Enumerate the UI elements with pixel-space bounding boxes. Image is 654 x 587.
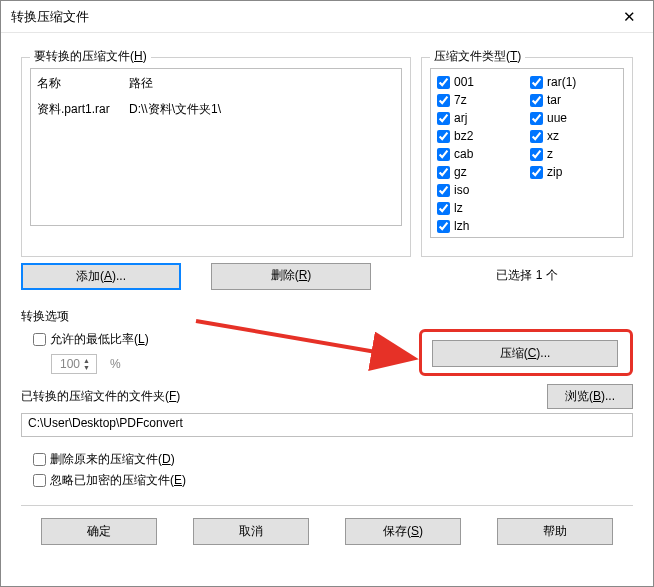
- type-bz2-checkbox[interactable]: [437, 130, 450, 143]
- compress-button[interactable]: 压缩(C)...: [432, 340, 618, 367]
- window-title: 转换压缩文件: [11, 8, 615, 26]
- file-path-cell: D:\\资料\文件夹1\: [129, 101, 395, 118]
- selected-count-label: 已选择 1 个: [421, 267, 633, 284]
- types-group-title: 压缩文件类型(T): [430, 48, 525, 65]
- help-button[interactable]: 帮助: [497, 518, 613, 545]
- type-xz-checkbox[interactable]: [530, 130, 543, 143]
- files-group-title: 要转换的压缩文件(H): [30, 48, 151, 65]
- table-row[interactable]: 资料.part1.rar D:\\资料\文件夹1\: [31, 99, 401, 120]
- type-zip-checkbox[interactable]: [530, 166, 543, 179]
- type-lzh-checkbox[interactable]: [437, 220, 450, 233]
- skip-encrypted-checkbox[interactable]: [33, 474, 46, 487]
- type-label: cab: [454, 147, 473, 161]
- types-list: 001 rar(1) 7z tar arj uue bz2 xz cab z g…: [430, 68, 624, 238]
- cancel-button[interactable]: 取消: [193, 518, 309, 545]
- type-gz-checkbox[interactable]: [437, 166, 450, 179]
- listview-header: 名称 路径: [31, 69, 401, 99]
- browse-button[interactable]: 浏览(B)...: [547, 384, 633, 409]
- save-button[interactable]: 保存(S): [345, 518, 461, 545]
- type-label: z: [547, 147, 553, 161]
- files-listview[interactable]: 名称 路径 资料.part1.rar D:\\资料\文件夹1\: [30, 68, 402, 226]
- type-label: 7z: [454, 93, 467, 107]
- files-group: 要转换的压缩文件(H) 名称 路径 资料.part1.rar D:\\资料\文件…: [21, 57, 411, 257]
- type-label: rar(1): [547, 75, 576, 89]
- type-label: uue: [547, 111, 567, 125]
- type-label: lzh: [454, 219, 469, 233]
- compress-highlight: 压缩(C)...: [419, 329, 633, 376]
- type-rar-checkbox[interactable]: [530, 76, 543, 89]
- type-label: lz: [454, 201, 463, 215]
- min-ratio-checkbox[interactable]: [33, 333, 46, 346]
- type-z-checkbox[interactable]: [530, 148, 543, 161]
- col-path-header[interactable]: 路径: [129, 71, 395, 96]
- type-lz-checkbox[interactable]: [437, 202, 450, 215]
- type-cab-checkbox[interactable]: [437, 148, 450, 161]
- delete-original-check[interactable]: 删除原来的压缩文件(D): [33, 451, 633, 468]
- add-button[interactable]: 添加(A)...: [21, 263, 181, 290]
- type-label: iso: [454, 183, 469, 197]
- ok-button[interactable]: 确定: [41, 518, 157, 545]
- skip-encrypted-label: 忽略已加密的压缩文件(E): [50, 472, 186, 489]
- type-label: zip: [547, 165, 562, 179]
- min-ratio-check[interactable]: 允许的最低比率(L): [33, 331, 419, 348]
- types-group: 压缩文件类型(T) 001 rar(1) 7z tar arj uue bz2 …: [421, 57, 633, 257]
- type-label: arj: [454, 111, 467, 125]
- type-uue-checkbox[interactable]: [530, 112, 543, 125]
- type-001-checkbox[interactable]: [437, 76, 450, 89]
- skip-encrypted-check[interactable]: 忽略已加密的压缩文件(E): [33, 472, 633, 489]
- titlebar: 转换压缩文件 ✕: [1, 1, 653, 33]
- type-label: 001: [454, 75, 474, 89]
- type-iso-checkbox[interactable]: [437, 184, 450, 197]
- type-tar-checkbox[interactable]: [530, 94, 543, 107]
- delete-original-checkbox[interactable]: [33, 453, 46, 466]
- percent-label: %: [110, 357, 121, 371]
- remove-button[interactable]: 删除(R): [211, 263, 371, 290]
- options-label: 转换选项: [21, 308, 633, 325]
- type-label: xz: [547, 129, 559, 143]
- type-label: bz2: [454, 129, 473, 143]
- col-name-header[interactable]: 名称: [37, 71, 129, 96]
- bottom-button-row: 确定 取消 保存(S) 帮助: [21, 505, 633, 545]
- min-ratio-label: 允许的最低比率(L): [50, 331, 149, 348]
- file-name-cell: 资料.part1.rar: [37, 101, 129, 118]
- type-arj-checkbox[interactable]: [437, 112, 450, 125]
- dialog-window: 转换压缩文件 ✕ 要转换的压缩文件(H) 名称 路径 资料.part1.rar: [0, 0, 654, 587]
- min-ratio-spinner[interactable]: ▲▼ %: [51, 354, 419, 374]
- type-7z-checkbox[interactable]: [437, 94, 450, 107]
- type-label: gz: [454, 165, 467, 179]
- close-icon[interactable]: ✕: [615, 8, 643, 26]
- type-label: tar: [547, 93, 561, 107]
- folder-label: 已转换的压缩文件的文件夹(F): [21, 388, 180, 405]
- delete-original-label: 删除原来的压缩文件(D): [50, 451, 175, 468]
- min-ratio-input[interactable]: [51, 354, 97, 374]
- output-folder-input[interactable]: C:\User\Desktop\PDFconvert: [21, 413, 633, 437]
- spinner-icon[interactable]: ▲▼: [83, 357, 90, 371]
